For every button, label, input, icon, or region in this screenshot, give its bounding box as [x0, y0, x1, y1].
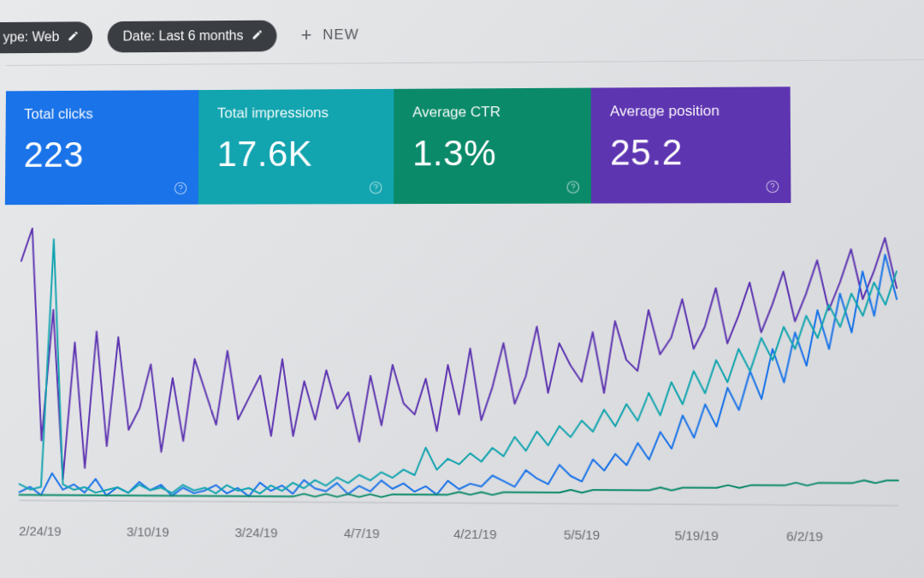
chart-x-tick: 5/5/19	[564, 527, 675, 543]
new-filter-button[interactable]: + NEW	[293, 19, 368, 51]
plus-icon: +	[301, 24, 313, 46]
chart-x-tick: 2/24/19	[19, 523, 127, 539]
kpi-card-average-position[interactable]: Average position 25.2	[591, 86, 791, 203]
chart-x-tick: 4/7/19	[344, 526, 453, 541]
kpi-label: Total impressions	[217, 104, 376, 122]
svg-point-3	[376, 190, 376, 191]
kpi-value: 223	[24, 134, 182, 176]
help-icon[interactable]	[173, 181, 188, 196]
svg-point-5	[572, 190, 573, 191]
new-filter-label: NEW	[323, 27, 358, 44]
kpi-label: Average position	[610, 102, 773, 120]
filter-chip-date-label: Date: Last 6 months	[123, 29, 244, 44]
chart-x-tick: 6/2/19	[786, 528, 898, 544]
help-icon[interactable]	[368, 180, 383, 195]
pencil-icon	[68, 30, 80, 45]
help-icon[interactable]	[765, 179, 780, 194]
kpi-card-total-impressions[interactable]: Total impressions 17.6K	[198, 89, 394, 205]
chart-x-tick: 4/21/19	[453, 527, 564, 542]
filter-chip-type-label: ype: Web	[3, 30, 60, 44]
kpi-value: 1.3%	[412, 133, 574, 175]
chart-series-line	[20, 227, 898, 483]
kpi-value: 25.2	[610, 132, 773, 174]
performance-line-chart: 2/24/193/10/193/24/194/7/194/21/195/5/19…	[3, 218, 917, 541]
chart-x-tick: 5/19/19	[675, 527, 787, 543]
pencil-icon	[252, 28, 264, 43]
kpi-label: Total clicks	[24, 105, 181, 123]
help-icon[interactable]	[566, 180, 581, 195]
filter-chip-date[interactable]: Date: Last 6 months	[108, 20, 277, 52]
kpi-label: Average CTR	[412, 104, 573, 122]
svg-point-7	[772, 189, 773, 190]
kpi-card-total-clicks[interactable]: Total clicks 223	[5, 90, 199, 205]
chart-x-tick: 3/24/19	[235, 525, 344, 540]
filter-bar: ype: Web Date: Last 6 months + NEW	[6, 6, 924, 66]
svg-point-1	[180, 191, 181, 192]
chart-x-tick: 3/10/19	[127, 524, 235, 539]
chart-svg	[3, 218, 917, 541]
svg-line-8	[20, 500, 899, 505]
kpi-card-average-ctr[interactable]: Average CTR 1.3%	[394, 88, 591, 205]
filter-chip-type[interactable]: ype: Web	[0, 21, 92, 53]
chart-series-line	[20, 476, 898, 500]
kpi-row: Total clicks 223 Total impressions 17.6K…	[5, 86, 791, 205]
kpi-value: 17.6K	[217, 134, 377, 175]
